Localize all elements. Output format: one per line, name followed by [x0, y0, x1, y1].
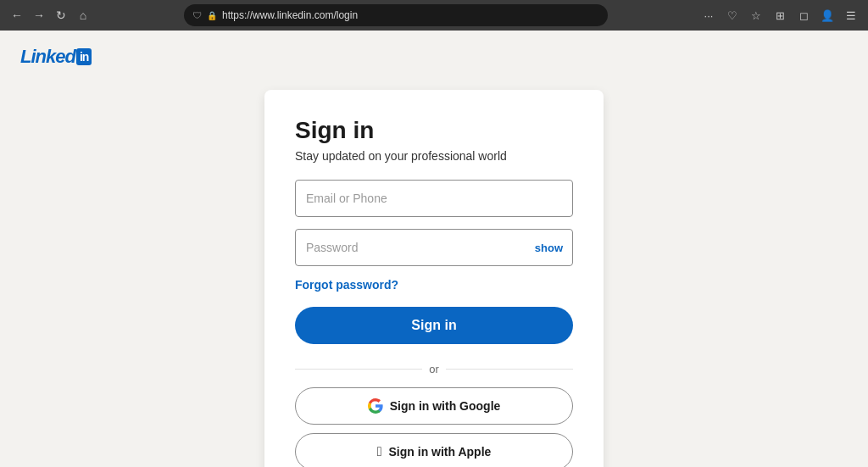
- address-bar[interactable]: 🛡 🔒 https://www.linkedin.com/login: [184, 4, 608, 26]
- sign-in-title: Sign in: [295, 117, 573, 144]
- window-icon[interactable]: ◻: [793, 5, 814, 25]
- email-input-group: [295, 180, 573, 217]
- profile-icon[interactable]: 👤: [817, 5, 837, 25]
- lock-icon: 🔒: [207, 11, 217, 20]
- password-input[interactable]: [295, 229, 573, 266]
- back-button[interactable]: ←: [7, 5, 27, 25]
- or-divider: or: [295, 363, 573, 375]
- google-icon: [368, 398, 383, 414]
- bookmark-icon[interactable]: ☆: [746, 5, 766, 25]
- password-input-group: show: [295, 229, 573, 266]
- sign-in-card: Sign in Stay updated on your professiona…: [264, 90, 604, 467]
- sign-in-google-button[interactable]: Sign in with Google: [295, 387, 573, 425]
- more-button[interactable]: ···: [698, 5, 719, 25]
- refresh-button[interactable]: ↻: [51, 5, 71, 25]
- browser-chrome: ← → ↻ ⌂ 🛡 🔒 https://www.linkedin.com/log…: [0, 0, 868, 31]
- email-input[interactable]: [295, 180, 573, 217]
- pocket-icon[interactable]: ♡: [722, 5, 743, 25]
- apple-icon: : [377, 445, 382, 459]
- library-icon[interactable]: ⊞: [770, 5, 790, 25]
- browser-right-icons: ··· ♡ ☆ ⊞ ◻ 👤 ☰: [698, 5, 861, 25]
- home-button[interactable]: ⌂: [73, 5, 93, 25]
- sign-in-subtitle: Stay updated on your professional world: [295, 149, 573, 163]
- logo-box: in: [76, 48, 92, 65]
- or-text: or: [429, 363, 439, 375]
- forgot-password-link[interactable]: Forgot password?: [295, 278, 573, 292]
- page-content: Linkedin Sign in Stay updated on your pr…: [0, 31, 868, 467]
- apple-btn-label: Sign in with Apple: [389, 445, 492, 459]
- google-btn-label: Sign in with Google: [390, 399, 501, 413]
- sign-in-apple-button[interactable]:  Sign in with Apple: [295, 433, 573, 467]
- forward-button[interactable]: →: [29, 5, 49, 25]
- linkedin-logo[interactable]: Linkedin: [20, 46, 92, 68]
- sign-in-button[interactable]: Sign in: [295, 307, 573, 344]
- browser-address-area: 🛡 🔒 https://www.linkedin.com/login: [98, 4, 693, 26]
- menu-icon[interactable]: ☰: [841, 5, 861, 25]
- logo-text: Linked: [20, 46, 75, 68]
- show-password-button[interactable]: show: [535, 242, 563, 254]
- browser-nav-controls: ← → ↻ ⌂: [7, 5, 93, 25]
- shield-icon: 🛡: [192, 10, 202, 20]
- url-text: https://www.linkedin.com/login: [222, 9, 358, 21]
